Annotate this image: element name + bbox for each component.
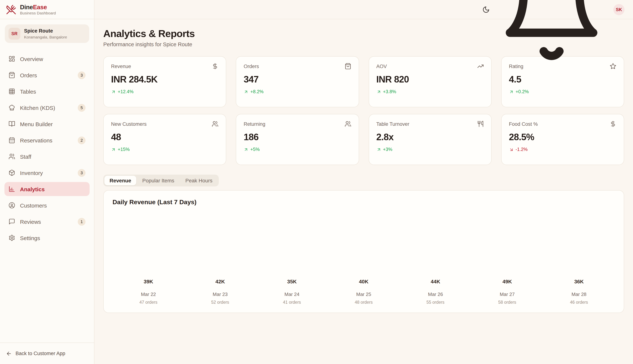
stat-delta: +12.4% (111, 89, 219, 94)
tab[interactable]: Revenue (104, 176, 136, 185)
chart-value-label: 42K (215, 278, 225, 284)
user-avatar[interactable]: SK (613, 4, 624, 15)
stat-card: Revenue INR 284.5K +12.4% (103, 56, 226, 107)
daily-revenue-chart-card: Daily Revenue (Last 7 Days) 39K Mar 22 4… (103, 190, 624, 313)
sidebar-item-badge: 5 (78, 104, 86, 112)
stat-delta-value: -1.2% (516, 147, 528, 152)
topbar: 5 SK (94, 0, 633, 19)
users-icon (9, 153, 15, 160)
stat-value: INR 284.5K (111, 74, 219, 85)
brand-text: DineEase Business Dashboard (20, 4, 56, 15)
tab[interactable]: Peak Hours (180, 176, 218, 185)
moon-icon[interactable] (482, 6, 490, 13)
stat-value: 186 (244, 132, 351, 142)
stat-card: AOV INR 820 +3.8% (368, 56, 492, 107)
chart-orders-label: 55 orders (426, 300, 444, 304)
stat-delta: +15% (111, 147, 219, 152)
stat-card: Orders 347 +8.2% (236, 56, 359, 107)
chart-column: 49K Mar 27 58 orders (471, 278, 543, 304)
sidebar-item[interactable]: Settings (5, 231, 90, 245)
stat-value: 347 (244, 74, 351, 85)
app-root: DineEase Business Dashboard SR Spice Rou… (0, 0, 633, 364)
sidebar-item[interactable]: Overview (5, 52, 90, 66)
chart-date-label: Mar 27 (500, 292, 515, 297)
users-icon (212, 120, 219, 127)
sidebar-item-badge: 3 (78, 169, 86, 177)
sidebar: DineEase Business Dashboard SR Spice Rou… (0, 0, 94, 364)
sidebar-item[interactable]: Reviews 1 (5, 214, 90, 228)
sidebar-item-label: Inventory (20, 170, 73, 176)
shopping-bag-icon (9, 72, 15, 78)
stat-value: 4.5 (509, 74, 616, 85)
trending-up-icon (477, 63, 484, 70)
back-to-customer-app-link[interactable]: Back to Customer App (0, 342, 94, 364)
chart-orders-label: 47 orders (139, 300, 157, 304)
table-grid-icon (9, 88, 15, 95)
stat-delta-value: +5% (250, 147, 260, 152)
sidebar-item-label: Reviews (20, 218, 73, 225)
chart-value-label: 35K (287, 278, 297, 284)
chart-date-label: Mar 24 (284, 292, 299, 297)
sidebar-item[interactable]: Tables (5, 84, 90, 98)
stat-label: New Customers (111, 121, 147, 127)
sidebar-item-badge: 2 (78, 136, 86, 144)
chart-date-label: Mar 22 (141, 292, 156, 297)
chart-date-label: Mar 25 (356, 292, 371, 297)
stat-label: Orders (244, 64, 259, 69)
sidebar-item[interactable]: Orders 3 (5, 68, 90, 82)
layout-dashboard-icon (9, 56, 15, 62)
shopping-bag-icon (344, 63, 351, 70)
stat-label: Table Turnover (376, 121, 409, 127)
sidebar-nav: Overview Orders 3 Tables Kitch (0, 43, 94, 248)
stat-value: INR 820 (376, 74, 484, 85)
stat-value: 28.5% (509, 132, 616, 142)
sidebar-item[interactable]: Analytics (5, 182, 90, 196)
book-open-icon (9, 120, 15, 127)
users-icon (344, 120, 351, 127)
chart-value-label: 36K (574, 278, 583, 284)
tab[interactable]: Popular Items (137, 176, 180, 185)
sidebar-item[interactable]: Kitchen (KDS) 5 (5, 100, 90, 115)
chart-orders-label: 58 orders (498, 300, 516, 304)
chart-column: 35K Mar 24 41 orders (256, 278, 328, 304)
chart-column: 40K Mar 25 48 orders (328, 278, 400, 304)
arrow-up-right-icon (244, 89, 249, 94)
sidebar-item[interactable]: Customers (5, 198, 90, 212)
message-square-icon (9, 218, 15, 225)
stat-card: New Customers 48 +15% (103, 114, 226, 165)
sidebar-item[interactable]: Inventory 3 (5, 166, 90, 180)
sidebar-item-label: Customers (20, 202, 86, 208)
utensils-icon (477, 120, 484, 127)
settings-icon (9, 234, 15, 241)
sidebar-item[interactable]: Reservations 2 (5, 133, 90, 147)
arrow-up-right-icon (111, 147, 116, 152)
brand-header: DineEase Business Dashboard (0, 0, 94, 19)
analytics-tabs: Revenue Popular Items Peak Hours (103, 174, 219, 186)
notifications-button[interactable]: 5 (496, 0, 607, 65)
chef-hat-icon (9, 104, 15, 111)
restaurant-info: Spice Route Koramangala, Bangalore (24, 28, 67, 39)
restaurant-card[interactable]: SR Spice Route Koramangala, Bangalore (5, 24, 89, 43)
arrow-up-right-icon (376, 147, 381, 152)
chart-value-label: 39K (144, 278, 153, 284)
chart-orders-label: 41 orders (283, 300, 301, 304)
stat-label: Food Cost % (509, 121, 538, 127)
stat-value: 48 (111, 132, 219, 142)
sidebar-spacer (0, 248, 94, 342)
stat-delta: -1.2% (509, 147, 616, 152)
stat-delta: +8.2% (244, 89, 351, 94)
user-circle-icon (9, 202, 15, 209)
sidebar-item[interactable]: Menu Builder (5, 117, 90, 131)
dollar-icon (212, 63, 219, 70)
package-icon (9, 170, 15, 176)
sidebar-item[interactable]: Staff (5, 150, 90, 164)
chart-column: 36K Mar 28 46 orders (543, 278, 615, 304)
stat-delta-value: +8.2% (250, 89, 264, 94)
stat-delta: +3% (376, 147, 484, 152)
back-label: Back to Customer App (16, 351, 65, 356)
chart-date-label: Mar 23 (213, 292, 228, 297)
chart-column: 44K Mar 26 55 orders (400, 278, 471, 304)
chart-value-label: 49K (502, 278, 512, 284)
stat-value: 2.8x (376, 132, 484, 142)
arrow-up-right-icon (376, 89, 381, 94)
